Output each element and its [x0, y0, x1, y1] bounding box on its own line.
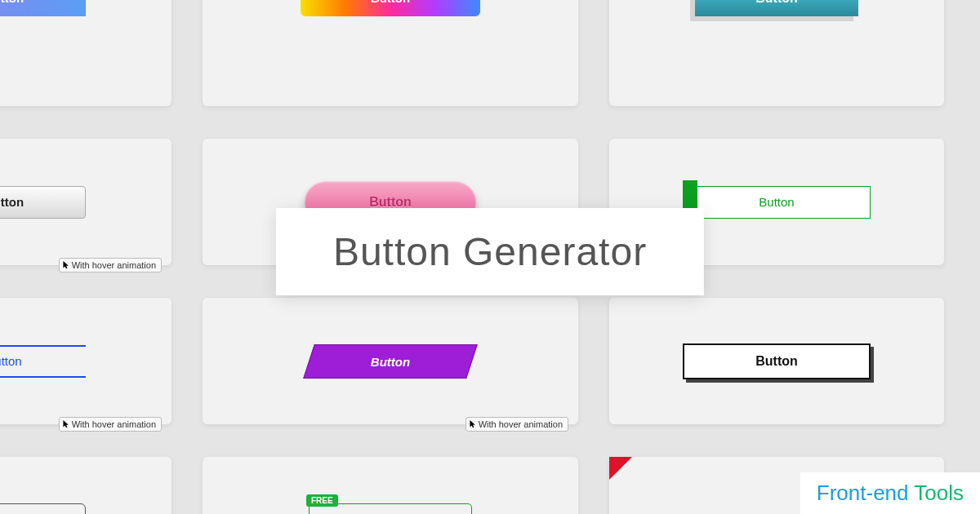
card-arrow: Button ›: [0, 457, 172, 514]
card-free-badge: FREE Button: [203, 457, 578, 514]
cursor-icon: [470, 420, 476, 428]
button-silver[interactable]: Button: [0, 186, 86, 219]
brand-logo: Front-end Tools: [800, 472, 980, 514]
card-silver: Button With hover animation: [0, 139, 172, 265]
button-free[interactable]: FREE Button: [309, 503, 472, 515]
card-gradient-rainbow: Button: [203, 0, 578, 106]
card-gradient-teal: Button: [609, 0, 944, 106]
brand-part2: Tools: [914, 481, 964, 505]
brand-part1: Front-end: [817, 481, 914, 505]
card-blue-lines: Button With hover animation: [0, 298, 172, 424]
button-gradient-teal[interactable]: Button: [695, 0, 858, 16]
button-arrow[interactable]: Button ›: [0, 503, 86, 515]
corner-ribbon-icon: [609, 457, 632, 480]
cursor-icon: [63, 261, 69, 269]
hover-animation-tag: With hover animation: [59, 258, 162, 273]
hover-animation-tag: With hover animation: [59, 417, 162, 432]
card-black-outline: Button: [609, 298, 944, 424]
button-purple-skew[interactable]: Button: [303, 344, 478, 379]
button-green-tab[interactable]: Button: [683, 186, 871, 219]
button-gradient-rainbow[interactable]: Button: [301, 0, 480, 16]
hover-animation-label: With hover animation: [479, 419, 563, 429]
hover-animation-tag: With hover animation: [466, 417, 568, 432]
page-title: Button Generator: [276, 208, 704, 295]
button-gradient-blue[interactable]: Button: [0, 0, 86, 16]
card-gradient-blue: Button: [0, 0, 172, 106]
free-badge: FREE: [306, 494, 338, 507]
hover-animation-label: With hover animation: [72, 260, 156, 270]
card-purple-skew: Button With hover animation: [203, 298, 578, 424]
cursor-icon: [63, 420, 69, 428]
button-black-outline[interactable]: Button: [683, 343, 871, 379]
button-blue-lines[interactable]: Button: [0, 345, 86, 378]
hover-animation-label: With hover animation: [72, 419, 156, 429]
